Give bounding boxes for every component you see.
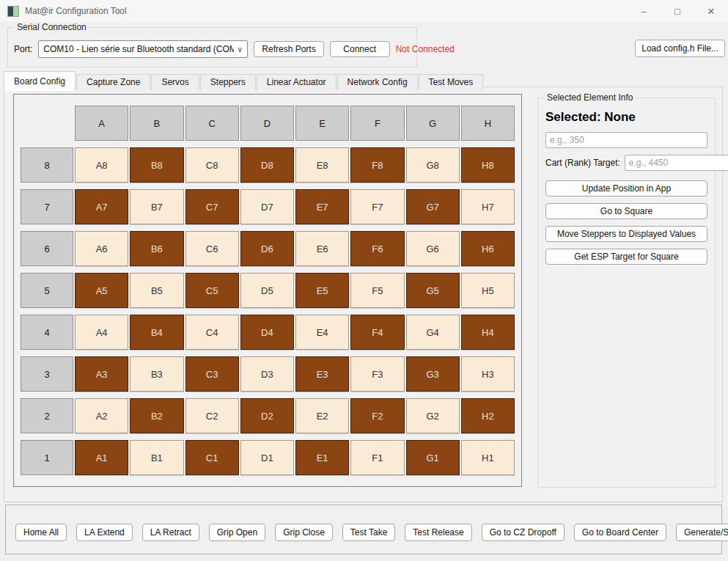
square-g4[interactable]: G4 (406, 315, 460, 350)
square-b1[interactable]: B1 (130, 440, 183, 475)
la-retract-button[interactable]: LA Retract (142, 524, 199, 541)
minimize-icon[interactable]: – (627, 0, 661, 22)
square-c2[interactable]: C2 (185, 398, 239, 433)
tab-servos[interactable]: Servos (151, 74, 199, 90)
square-e7[interactable]: E7 (295, 189, 349, 224)
square-c7[interactable]: C7 (185, 189, 239, 224)
port-label: Port: (14, 44, 32, 54)
cart-target-input[interactable] (625, 155, 728, 171)
square-g5[interactable]: G5 (406, 273, 460, 308)
square-f3[interactable]: F3 (350, 356, 404, 392)
connect-button[interactable]: Connect (330, 41, 390, 57)
square-c8[interactable]: C8 (185, 147, 239, 183)
square-h6[interactable]: H6 (461, 231, 515, 266)
grip-open-button[interactable]: Grip Open (209, 524, 265, 541)
square-e6[interactable]: E6 (295, 231, 349, 266)
get-esp-target-for-square-button[interactable]: Get ESP Target for Square (545, 249, 707, 265)
square-a6[interactable]: A6 (75, 231, 128, 266)
square-a7[interactable]: A7 (75, 189, 128, 224)
port-combobox[interactable]: COM10 - Lien série sur Bluetooth standar… (38, 40, 248, 58)
square-d2[interactable]: D2 (240, 398, 294, 433)
test-take-button[interactable]: Test Take (342, 524, 395, 541)
square-b5[interactable]: B5 (130, 273, 183, 308)
test-release-button[interactable]: Test Release (405, 524, 471, 541)
square-d3[interactable]: D3 (240, 356, 294, 392)
serial-row: Port: COM10 - Lien série sur Bluetooth s… (8, 28, 416, 58)
file-header-g: G (406, 106, 460, 141)
close-icon[interactable]: ✕ (694, 0, 728, 22)
square-b4[interactable]: B4 (130, 315, 183, 350)
square-g8[interactable]: G8 (406, 147, 460, 183)
square-f5[interactable]: F5 (350, 273, 404, 308)
square-d1[interactable]: D1 (240, 440, 294, 475)
panel-buttons: Update Position in AppGo to SquareMove S… (545, 180, 707, 265)
square-h4[interactable]: H4 (461, 315, 515, 350)
square-d8[interactable]: D8 (240, 147, 294, 183)
rank-label-7: 7 (21, 189, 73, 224)
tab-capture-zone[interactable]: Capture Zone (76, 74, 150, 90)
square-e2[interactable]: E2 (295, 398, 349, 433)
square-b2[interactable]: B2 (130, 398, 183, 433)
maximize-icon[interactable]: □ (661, 0, 694, 22)
move-steppers-to-displayed-values-button[interactable]: Move Steppers to Displayed Values (545, 226, 707, 242)
go-to-cz-dropoff-button[interactable]: Go to CZ Dropoff (482, 524, 565, 541)
square-h2[interactable]: H2 (461, 398, 515, 433)
square-f8[interactable]: F8 (350, 147, 404, 183)
square-d4[interactable]: D4 (240, 315, 294, 350)
square-e4[interactable]: E4 (295, 315, 349, 350)
square-f7[interactable]: F7 (350, 189, 404, 224)
square-g3[interactable]: G3 (406, 356, 460, 392)
square-a2[interactable]: A2 (75, 398, 128, 433)
square-e5[interactable]: E5 (295, 273, 349, 308)
square-h5[interactable]: H5 (461, 273, 515, 308)
tab-linear-actuator[interactable]: Linear Actuator (257, 74, 337, 90)
square-a5[interactable]: A5 (75, 273, 128, 308)
square-e3[interactable]: E3 (295, 356, 349, 392)
square-c3[interactable]: C3 (185, 356, 239, 392)
square-c6[interactable]: C6 (185, 231, 239, 266)
square-e1[interactable]: E1 (295, 440, 349, 475)
square-h8[interactable]: H8 (461, 147, 515, 183)
square-f6[interactable]: F6 (350, 231, 404, 266)
square-c4[interactable]: C4 (185, 315, 239, 350)
square-c5[interactable]: C5 (185, 273, 239, 308)
square-a1[interactable]: A1 (75, 440, 128, 475)
square-h1[interactable]: H1 (461, 440, 515, 475)
square-d7[interactable]: D7 (240, 189, 294, 224)
info-content: Selected: None Cart (Rank) Target: Updat… (538, 98, 715, 265)
tab-board-config[interactable]: Board Config (4, 71, 76, 91)
tab-network-config[interactable]: Network Config (337, 74, 418, 90)
square-b7[interactable]: B7 (130, 189, 183, 224)
square-b6[interactable]: B6 (130, 231, 183, 266)
generate-show-config-h-button[interactable]: Generate/Show Config.h (676, 524, 728, 541)
square-d6[interactable]: D6 (240, 231, 294, 266)
square-d5[interactable]: D5 (240, 273, 294, 308)
square-g2[interactable]: G2 (406, 398, 460, 433)
square-f1[interactable]: F1 (350, 440, 404, 475)
square-a8[interactable]: A8 (75, 147, 128, 183)
square-a3[interactable]: A3 (75, 356, 128, 392)
square-g1[interactable]: G1 (406, 440, 460, 475)
square-a4[interactable]: A4 (75, 315, 128, 350)
square-c1[interactable]: C1 (185, 440, 239, 475)
square-f2[interactable]: F2 (350, 398, 404, 433)
square-g7[interactable]: G7 (406, 189, 460, 224)
home-all-button[interactable]: Home All (15, 524, 67, 541)
update-position-in-app-button[interactable]: Update Position in App (545, 180, 707, 197)
go-to-square-button[interactable]: Go to Square (545, 203, 707, 219)
refresh-ports-button[interactable]: Refresh Ports (254, 41, 323, 57)
square-g6[interactable]: G6 (406, 231, 460, 266)
file-target-input[interactable] (545, 132, 707, 148)
square-h7[interactable]: H7 (461, 189, 515, 224)
go-to-board-center-button[interactable]: Go to Board Center (574, 524, 666, 541)
square-b3[interactable]: B3 (130, 356, 183, 392)
square-f4[interactable]: F4 (350, 315, 404, 350)
square-e8[interactable]: E8 (295, 147, 349, 183)
tab-test-moves[interactable]: Test Moves (419, 74, 484, 90)
grip-close-button[interactable]: Grip Close (275, 524, 333, 541)
la-extend-button[interactable]: LA Extend (76, 524, 133, 541)
tab-steppers[interactable]: Steppers (200, 74, 256, 90)
square-h3[interactable]: H3 (461, 356, 515, 392)
square-b8[interactable]: B8 (130, 147, 183, 183)
load-config-button[interactable]: Load config.h File... (635, 40, 725, 57)
